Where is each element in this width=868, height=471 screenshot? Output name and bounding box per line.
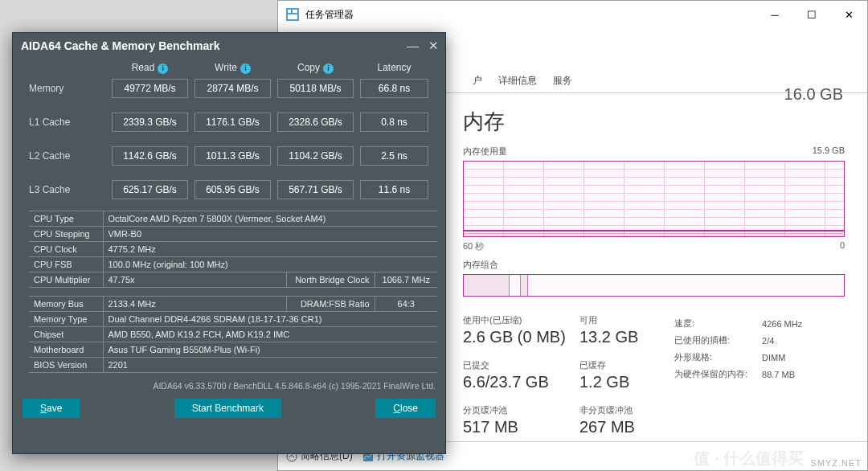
benchmark-row-l3: L3 Cache 625.17 GB/s 605.95 GB/s 567.71 … [29,180,437,199]
info-icon[interactable]: i [323,63,334,74]
watermark: SMYZ.NET [810,458,862,468]
aida64-titlebar[interactable]: AIDA64 Cache & Memory Benchmark — ✕ [13,33,445,59]
axis-left: 60 秒 [463,240,484,252]
memory-usage-chart[interactable] [463,161,845,237]
tab-details[interactable]: 详细信息 [490,69,545,92]
memory-total: 16.0 GB [784,85,843,104]
memory-info-table: Memory Bus2133.4 MHzDRAM:FSB Ratio64:3 M… [29,296,437,373]
start-benchmark-button[interactable]: Start Benchmark [174,399,281,418]
aida64-title: AIDA64 Cache & Memory Benchmark [21,39,219,52]
stat-committed: 已提交 6.6/23.7 GB [463,359,579,391]
minimize-button[interactable]: — [407,39,419,53]
taskmanager-icon [285,6,301,23]
memory-heading: 内存 [463,108,845,136]
stat-nonpaged: 非分页缓冲池 267 MB [579,404,668,436]
aida64-footer: AIDA64 v6.33.5700 / BenchDLL 4.5.846.8-x… [13,378,445,394]
aida64-button-bar: Save Start Benchmark Close [13,394,445,426]
benchmark-header-row: Readi Writei Copyi Latency [29,62,437,74]
benchmark-row-memory: Memory 49772 MB/s 28774 MB/s 50118 MB/s … [29,79,437,98]
benchmark-row-l2: L2 Cache 1142.6 GB/s 1011.3 GB/s 1104.2 … [29,146,437,166]
memory-details: 速度:4266 MHz 已使用的插槽:2/4 外形规格:DIMM 为硬件保留的内… [673,314,817,449]
info-icon[interactable]: i [158,63,168,74]
tab-services[interactable]: 服务 [545,69,580,92]
system-info-table: CPU TypeOctalCore AMD Ryzen 7 5800X (Ver… [29,211,437,288]
close-button[interactable]: ✕ [428,39,439,53]
save-button[interactable]: Save [23,399,80,418]
stat-paged: 分页缓冲池 517 MB [463,404,579,436]
usage-max: 15.9 GB [813,145,845,158]
stat-in-use: 使用中(已压缩) 2.6 GB (0 MB) [463,314,579,346]
close-button[interactable]: ✕ [830,2,867,27]
usage-label: 内存使用量 [463,145,507,158]
memory-composition-bar[interactable] [463,274,845,297]
tab-users[interactable]: 户 [465,69,490,92]
close-button[interactable]: Close [375,399,436,418]
minimize-button[interactable]: ─ [756,2,793,27]
axis-right: 0 [840,240,845,252]
maximize-button[interactable]: ☐ [793,2,830,27]
taskmanager-titlebar[interactable]: 任务管理器 ─ ☐ ✕ [278,1,867,28]
svg-rect-2 [293,10,297,13]
aida64-window: AIDA64 Cache & Memory Benchmark — ✕ Read… [12,32,446,454]
benchmark-row-l1: L1 Cache 2339.3 GB/s 1176.1 GB/s 2328.6 … [29,113,437,132]
svg-rect-3 [288,14,297,19]
watermark-cn: 值 · 什么值得买 [694,448,804,469]
stat-available: 可用 13.2 GB [579,314,668,346]
svg-rect-1 [288,10,291,13]
composition-label: 内存组合 [463,259,498,271]
stat-cached: 已缓存 1.2 GB [579,359,668,391]
info-icon[interactable]: i [240,63,251,74]
taskmanager-title: 任务管理器 [305,8,354,22]
